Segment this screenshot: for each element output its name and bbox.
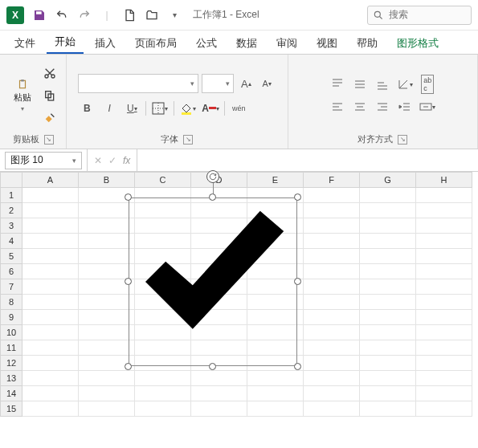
cell-G3[interactable]: [360, 218, 416, 234]
row-header-3[interactable]: 3: [0, 218, 22, 234]
cell-G7[interactable]: [360, 279, 416, 295]
tab-page-layout[interactable]: 页面布局: [127, 31, 185, 54]
tab-view[interactable]: 视图: [308, 31, 345, 54]
select-all-corner[interactable]: [0, 172, 22, 188]
tab-help[interactable]: 帮助: [349, 31, 386, 54]
cell-A14[interactable]: [22, 386, 79, 401]
cell-A4[interactable]: [22, 234, 79, 249]
cell-B15[interactable]: [79, 401, 135, 417]
cell-H5[interactable]: [416, 249, 472, 264]
cell-A8[interactable]: [22, 295, 79, 310]
cell-A5[interactable]: [22, 249, 79, 264]
font-name-combo[interactable]: ▾: [78, 74, 198, 93]
cell-F15[interactable]: [304, 401, 360, 417]
row-header-11[interactable]: 11: [0, 340, 22, 356]
cell-B3[interactable]: [79, 218, 135, 234]
cancel-formula-button[interactable]: ✕: [94, 155, 102, 166]
paste-button[interactable]: 粘贴 ▾: [8, 78, 37, 113]
cell-H4[interactable]: [416, 234, 472, 249]
align-dialog-launcher[interactable]: ↘: [398, 135, 407, 145]
shape-checkmark[interactable]: [129, 198, 297, 366]
cell-F5[interactable]: [304, 249, 360, 264]
cell-F8[interactable]: [304, 295, 360, 310]
cell-G8[interactable]: [360, 295, 416, 310]
cell-D14[interactable]: [191, 386, 247, 401]
undo-button[interactable]: [55, 8, 69, 22]
wrap-text-button[interactable]: abc: [419, 75, 436, 93]
align-bottom-button[interactable]: [374, 75, 391, 93]
row-header-15[interactable]: 15: [0, 401, 22, 417]
qat-customize[interactable]: ▾: [167, 8, 182, 22]
cell-F3[interactable]: [304, 218, 360, 234]
cell-H6[interactable]: [416, 264, 472, 279]
column-header-C[interactable]: C: [135, 172, 191, 188]
cell-H3[interactable]: [416, 218, 472, 234]
cell-B2[interactable]: [79, 203, 135, 218]
cell-H10[interactable]: [416, 325, 472, 340]
formula-input[interactable]: [137, 152, 478, 169]
cell-H11[interactable]: [416, 340, 472, 356]
open-file-button[interactable]: [145, 8, 159, 22]
cell-G15[interactable]: [360, 401, 416, 417]
decrease-indent-button[interactable]: [396, 98, 414, 116]
cell-G5[interactable]: [360, 249, 416, 264]
cell-G12[interactable]: [360, 356, 416, 371]
cell-F13[interactable]: [304, 371, 360, 386]
tab-home[interactable]: 开始: [47, 30, 84, 54]
row-header-5[interactable]: 5: [0, 249, 22, 264]
column-header-F[interactable]: F: [304, 172, 360, 188]
cell-E15[interactable]: [247, 401, 304, 417]
increase-font-size-button[interactable]: A▴: [237, 75, 255, 92]
cell-H13[interactable]: [416, 371, 472, 386]
row-header-8[interactable]: 8: [0, 295, 22, 310]
cell-H15[interactable]: [416, 401, 472, 417]
confirm-formula-button[interactable]: ✓: [108, 155, 116, 166]
tab-file[interactable]: 文件: [6, 31, 43, 54]
cell-B13[interactable]: [79, 371, 135, 386]
tab-data[interactable]: 数据: [228, 31, 265, 54]
align-top-button[interactable]: [329, 75, 346, 93]
search-input[interactable]: 搜索: [367, 6, 472, 25]
orientation-button[interactable]: ▾: [396, 75, 414, 93]
border-button[interactable]: ▾: [151, 100, 169, 117]
column-header-A[interactable]: A: [22, 172, 79, 188]
cell-A10[interactable]: [22, 325, 79, 340]
cell-G4[interactable]: [360, 234, 416, 249]
cell-B4[interactable]: [79, 234, 135, 249]
cell-G11[interactable]: [360, 340, 416, 356]
row-header-13[interactable]: 13: [0, 371, 22, 386]
cell-G1[interactable]: [360, 188, 416, 203]
cell-H12[interactable]: [416, 356, 472, 371]
align-center-button[interactable]: [351, 98, 369, 116]
cell-G10[interactable]: [360, 325, 416, 340]
column-header-H[interactable]: H: [416, 172, 472, 188]
name-box[interactable]: 图形 10 ▾: [5, 152, 82, 169]
fill-color-button[interactable]: ▾: [179, 100, 197, 117]
cell-F10[interactable]: [304, 325, 360, 340]
cell-A11[interactable]: [22, 340, 79, 356]
align-middle-button[interactable]: [351, 75, 369, 93]
cell-A12[interactable]: [22, 356, 79, 371]
cell-C15[interactable]: [135, 401, 191, 417]
rotation-handle[interactable]: [206, 170, 219, 183]
cell-H2[interactable]: [416, 203, 472, 218]
column-header-D[interactable]: D: [191, 172, 247, 188]
cut-button[interactable]: [42, 65, 58, 81]
row-header-12[interactable]: 12: [0, 356, 22, 371]
row-header-10[interactable]: 10: [0, 325, 22, 340]
tab-shape-format[interactable]: 图形格式: [389, 31, 447, 54]
fx-button[interactable]: fx: [123, 155, 130, 166]
cell-F1[interactable]: [304, 188, 360, 203]
cell-A3[interactable]: [22, 218, 79, 234]
row-header-9[interactable]: 9: [0, 310, 22, 325]
cell-F4[interactable]: [304, 234, 360, 249]
cell-B5[interactable]: [79, 249, 135, 264]
column-header-E[interactable]: E: [247, 172, 304, 188]
column-header-G[interactable]: G: [360, 172, 416, 188]
cell-A13[interactable]: [22, 371, 79, 386]
font-dialog-launcher[interactable]: ↘: [183, 135, 193, 145]
cell-A6[interactable]: [22, 264, 79, 279]
cell-C14[interactable]: [135, 386, 191, 401]
tab-review[interactable]: 审阅: [268, 31, 305, 54]
cell-G14[interactable]: [360, 386, 416, 401]
